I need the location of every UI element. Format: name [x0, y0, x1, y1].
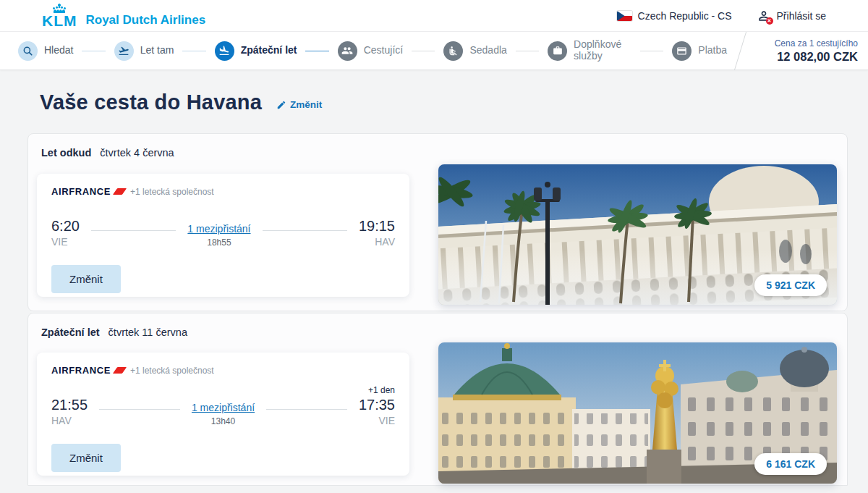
passengers-icon	[338, 41, 357, 61]
credit-card-icon	[672, 41, 692, 61]
seat-icon	[443, 41, 463, 61]
edit-journey-link[interactable]: Změnit	[276, 99, 322, 110]
flight-card: AIRFRANCE +1 letecká společnost 6:20 VIE…	[37, 174, 409, 297]
departure-time: 6:20	[51, 217, 80, 235]
step-return-flight[interactable]: Zpáteční let	[215, 41, 297, 61]
plane-landing-icon	[215, 41, 234, 61]
step-search[interactable]: Hledat	[18, 41, 73, 61]
login-label: Přihlásit se	[777, 10, 826, 22]
top-bar: KLM Royal Dutch Airlines Czech Republic …	[0, 0, 868, 32]
step-label: Doplňkové služby	[574, 39, 631, 62]
arrival-day-note: +1 den	[368, 385, 395, 396]
flight-price-badge: 5 921 CZK	[754, 274, 827, 296]
havana-photo: 5 921 CZK	[438, 164, 837, 305]
journey-date: čtvrtek 11 června	[109, 326, 187, 338]
step-label: Hledat	[44, 45, 73, 56]
main-content: Vaše cesta do Havana Změnit Let odkud čt…	[0, 70, 868, 486]
step-outbound[interactable]: Let tam	[114, 41, 174, 61]
journey-date: čtvrtek 4 června	[100, 147, 174, 159]
arrival-airport-code: VIE	[378, 414, 395, 428]
klm-crown-icon	[48, 4, 70, 13]
journey-title: Zpáteční let	[41, 326, 100, 338]
stops-link[interactable]: 1 mezipřistání	[187, 222, 250, 236]
airfrance-slash-icon	[113, 367, 127, 374]
step-label: Cestující	[364, 45, 403, 56]
czech-flag-icon	[617, 11, 632, 21]
change-flight-button[interactable]: Změnit	[51, 265, 121, 293]
journey-card-outbound: Let odkud čtvrtek 4 června AIRFRANCE +1 …	[27, 133, 848, 311]
locale-label: Czech Republic - CS	[638, 10, 732, 22]
departure-airport-code: VIE	[51, 235, 80, 249]
page-title: Vaše cesta do Havana	[40, 90, 262, 114]
codeshare-note: +1 letecká společnost	[130, 187, 214, 197]
booking-stepper: Hledat Let tam Zpáteční let Cestující	[0, 32, 868, 70]
airfrance-logo: AIRFRANCE	[51, 186, 111, 197]
arrival-time: 17:35	[359, 396, 395, 413]
departure-airport-code: HAV	[51, 414, 88, 428]
step-passengers[interactable]: Cestující	[338, 41, 403, 61]
stops-link[interactable]: 1 mezipřistání	[192, 400, 255, 415]
step-label: Let tam	[140, 45, 174, 56]
journey-header: Let odkud čtvrtek 4 června	[41, 147, 835, 159]
step-label: Zpáteční let	[241, 45, 297, 56]
stepper-diagonal-divider	[734, 32, 746, 70]
step-connector	[82, 51, 105, 51]
vienna-photo: 6 161 CZK	[438, 342, 837, 484]
step-connector	[182, 51, 205, 51]
login-status-badge-icon: ✕	[766, 17, 773, 25]
price-summary-label: Cena za 1 cestujícího	[775, 38, 858, 49]
brand[interactable]: KLM Royal Dutch Airlines	[42, 4, 205, 28]
price-summary-value: 12 082,00 CZK	[777, 50, 858, 64]
change-flight-button[interactable]: Změnit	[51, 444, 121, 472]
locale-selector[interactable]: Czech Republic - CS	[617, 10, 732, 22]
airfrance-logo: AIRFRANCE	[51, 365, 111, 376]
step-extras[interactable]: Doplňkové služby	[548, 39, 631, 62]
step-connector	[516, 51, 539, 51]
codeshare-note: +1 letecká společnost	[130, 366, 214, 376]
search-icon	[18, 41, 38, 61]
user-icon: ✕	[757, 9, 771, 23]
step-connector	[305, 51, 328, 51]
step-payment[interactable]: Platba	[672, 41, 727, 61]
airfrance-slash-icon	[113, 188, 127, 195]
flight-card: AIRFRANCE +1 letecká společnost 21:55 HA…	[37, 353, 409, 476]
login-button[interactable]: ✕ Přihlásit se	[757, 9, 826, 23]
baggage-icon	[548, 41, 567, 61]
step-seats[interactable]: Sedadla	[443, 41, 506, 61]
journey-header: Zpáteční let čtvrtek 11 června	[41, 326, 835, 338]
plane-takeoff-icon	[114, 41, 134, 61]
flight-duration: 13h40	[211, 415, 235, 428]
step-label: Platba	[698, 45, 727, 56]
klm-logo-text: KLM	[42, 13, 77, 28]
journey-title: Let odkud	[41, 147, 91, 159]
flight-segment-line	[263, 230, 347, 231]
journey-card-return: Zpáteční let čtvrtek 11 června AIRFRANCE…	[27, 313, 848, 486]
price-summary: Cena za 1 cestujícího 12 082,00 CZK	[754, 32, 868, 70]
flight-segment-line	[266, 409, 347, 410]
flight-price-badge: 6 161 CZK	[754, 453, 827, 475]
step-label: Sedadla	[469, 45, 506, 56]
klm-logo: KLM	[42, 4, 77, 28]
brand-name: Royal Dutch Airlines	[86, 13, 206, 28]
arrival-airport-code: HAV	[375, 235, 395, 249]
departure-time: 21:55	[51, 396, 88, 413]
flight-duration: 18h55	[207, 236, 231, 249]
arrival-time: 19:15	[359, 217, 395, 235]
step-connector	[412, 51, 435, 51]
flight-segment-line	[91, 230, 176, 231]
step-connector	[640, 51, 663, 51]
flight-segment-line	[99, 409, 180, 410]
edit-journey-label: Změnit	[290, 99, 322, 110]
pencil-icon	[276, 100, 286, 110]
